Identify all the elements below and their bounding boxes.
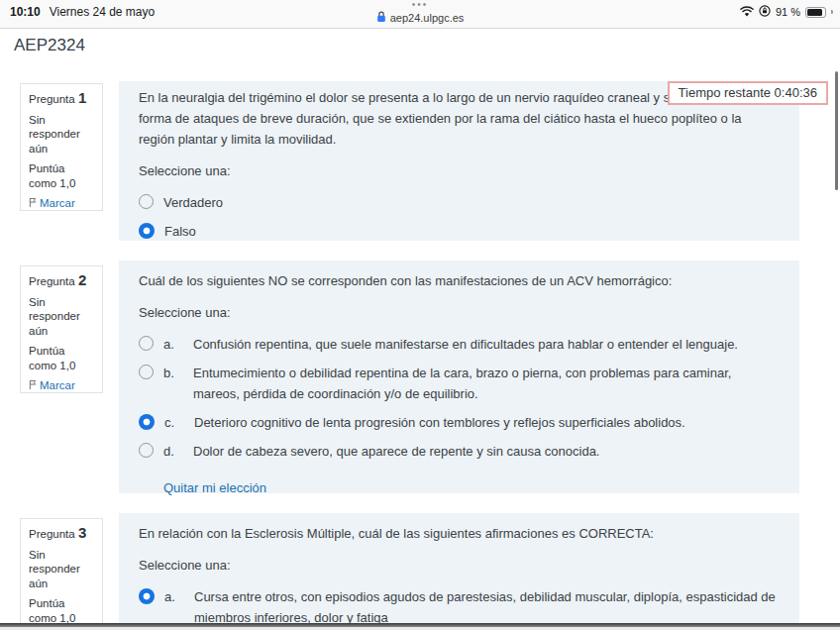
address-bar[interactable]: aep24.ulpgc.es: [376, 11, 465, 25]
answer-option[interactable]: a. Cursa entre otros, con episodios agud…: [139, 586, 780, 628]
question-number-line: Pregunta 3: [29, 526, 94, 542]
option-letter: c.: [164, 412, 184, 433]
time-remaining-badge: Tiempo restante 0:40:36: [668, 81, 828, 105]
question-status: Sin responder aún: [29, 113, 94, 157]
option-text: Dolor de cabeza severo, que aparece de r…: [193, 441, 780, 462]
select-one-prompt: Seleccione una:: [139, 160, 780, 181]
option-letter: a.: [163, 334, 183, 355]
answer-option[interactable]: d. Dolor de cabeza severo, que aparece d…: [139, 441, 780, 462]
flag-question-link[interactable]: Marcar pregunta: [29, 378, 94, 393]
question-status: Sin responder aún: [29, 548, 94, 591]
rotation-lock-icon: [759, 5, 771, 19]
safari-toolbar: 10:10Viernes 24 de mayo ••• aep24.ulpgc.…: [0, 0, 840, 29]
battery-icon: [805, 7, 826, 18]
option-letter: b.: [163, 363, 183, 383]
flag-icon: [29, 197, 38, 208]
address-bar-url: aep24.ulpgc.es: [390, 13, 465, 24]
question-grade: Puntúa como 1,0: [29, 596, 94, 625]
answer-option[interactable]: b. Entumecimiento o debilidad repentina …: [139, 363, 780, 404]
option-text: Verdadero: [163, 192, 780, 213]
flag-icon: [29, 379, 38, 390]
question-info-box-1: Pregunta 1 Sin responder aún Puntúa como…: [20, 83, 103, 211]
question-grade: Puntúa como 1,0: [29, 344, 94, 372]
question-number: 2: [78, 271, 86, 288]
answer-option[interactable]: c. Deterioro cognitivo de lenta progresi…: [139, 412, 780, 433]
question-info-box-3: Pregunta 3 Sin responder aún Puntúa como…: [20, 518, 103, 630]
question-text: Cuál de los siguientes NO se corresponde…: [139, 270, 780, 291]
option-text: Deterioro cognitivo de lenta progresión …: [194, 412, 780, 433]
battery-tip: [831, 10, 833, 14]
question-block-2: Cuál de los siguientes NO se corresponde…: [119, 261, 799, 493]
option-text: Entumecimiento o debilidad repentina de …: [193, 363, 780, 404]
answer-option[interactable]: Falso: [139, 221, 780, 242]
tab-overflow-button[interactable]: •••: [0, 1, 840, 9]
page-title: AEP2324: [14, 36, 85, 55]
option-letter: d.: [163, 441, 183, 462]
option-text: Cursa entre otros, con episodios agudos …: [194, 586, 780, 628]
flag-question-link[interactable]: Marcar pregunta: [29, 196, 94, 211]
question-info-box-2: Pregunta 2 Sin responder aún Puntúa como…: [20, 265, 103, 393]
question-block-3: En relación con la Esclerosis Múltiple, …: [119, 513, 799, 630]
question-number-line: Pregunta 2: [29, 273, 94, 289]
vertical-scrollbar[interactable]: [835, 71, 838, 190]
battery-percent: 91 %: [776, 6, 800, 18]
question-number-line: Pregunta 1: [29, 91, 94, 107]
radio-button[interactable]: [139, 443, 154, 458]
answer-option[interactable]: a. Confusión repentina, que suele manife…: [139, 334, 780, 355]
question-number: 3: [78, 524, 86, 541]
option-text: Confusión repentina, que suele manifesta…: [193, 334, 780, 355]
radio-button[interactable]: [139, 414, 155, 430]
answer-option[interactable]: Verdadero: [139, 192, 780, 213]
question-number: 1: [78, 89, 86, 106]
radio-button[interactable]: [139, 223, 155, 239]
question-text: En relación con la Esclerosis Múltiple, …: [139, 523, 780, 544]
question-block-1: En la neuralgia del trigémino el dolor s…: [119, 81, 799, 241]
clear-choice-link[interactable]: Quitar mi elección: [163, 477, 266, 498]
radio-button[interactable]: [139, 365, 154, 379]
select-one-prompt: Seleccione una:: [139, 302, 780, 323]
question-status: Sin responder aún: [29, 295, 94, 339]
question-grade: Puntúa como 1,0: [29, 161, 94, 190]
select-one-prompt: Seleccione una:: [139, 555, 780, 576]
option-letter: a.: [164, 586, 184, 607]
radio-button[interactable]: [139, 588, 155, 604]
option-text: Falso: [164, 221, 780, 242]
wifi-icon: [740, 6, 754, 19]
padlock-icon: [376, 11, 386, 25]
radio-button[interactable]: [139, 336, 154, 351]
radio-button[interactable]: [139, 194, 154, 209]
